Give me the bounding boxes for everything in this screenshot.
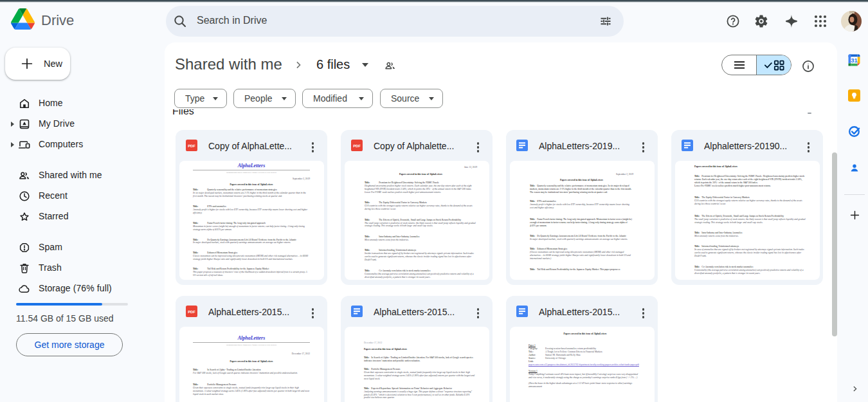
svg-text:PDF: PDF (188, 310, 195, 314)
svg-text:PDF: PDF (353, 144, 361, 148)
svg-text:31: 31 (851, 57, 858, 64)
svg-text:PDF: PDF (188, 144, 195, 148)
